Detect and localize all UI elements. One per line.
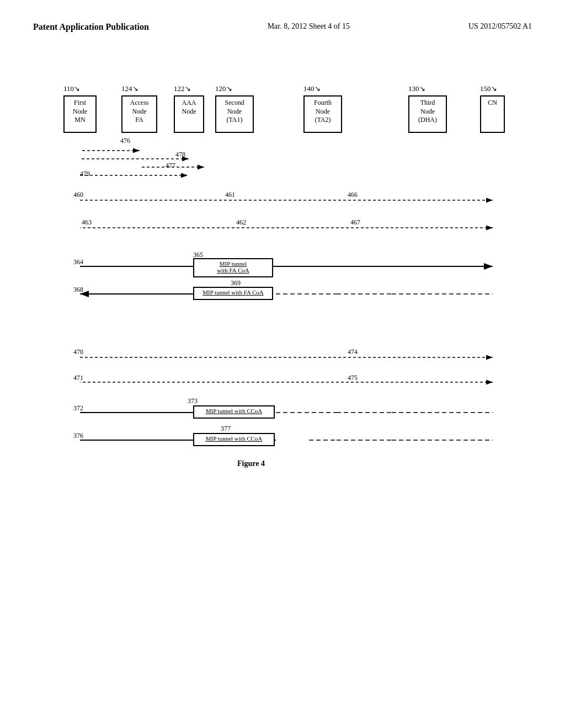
num-477: 477 [166, 162, 175, 170]
tunnel-377-label: MIP tunnel with CCoA [206, 435, 263, 442]
num-475: 475 [348, 374, 358, 382]
tunnel-365: MIP tunnel with FA CoA [193, 258, 273, 277]
num-479: 479 [80, 170, 90, 178]
num-372: 372 [73, 404, 83, 413]
diagram-svg [33, 65, 532, 672]
num-471: 471 [73, 374, 83, 382]
num-364: 364 [73, 258, 83, 266]
header-center: Mar. 8, 2012 Sheet 4 of 15 [268, 22, 350, 31]
num-462: 462 [236, 218, 246, 227]
num-476: 476 [120, 137, 130, 145]
num-474: 474 [348, 348, 358, 356]
num-460: 460 [73, 191, 83, 199]
num-377: 377 [221, 425, 231, 433]
num-461: 461 [225, 191, 235, 199]
figure-caption: Figure 4 [237, 459, 265, 468]
header-right: US 2012/057502 A1 [468, 22, 532, 31]
tunnel-373: MIP tunnel with CCoA [193, 405, 275, 419]
num-466: 466 [348, 191, 358, 199]
diagram-area: FirstNodeMN 110↘ AccessNodeFA 124↘ AAANo… [33, 65, 532, 672]
page: Patent Application Publication Mar. 8, 2… [0, 0, 565, 728]
num-365: 365 [193, 251, 203, 259]
tunnel-365-label: MIP tunnel with FA CoA [198, 260, 269, 274]
num-467: 467 [350, 218, 360, 227]
num-470: 470 [73, 348, 83, 356]
tunnel-369: MIP tunnel with FA CoA [193, 287, 273, 300]
num-368: 368 [73, 286, 83, 294]
header: Patent Application Publication Mar. 8, 2… [33, 22, 532, 32]
tunnel-373-label: MIP tunnel with CCoA [206, 408, 263, 414]
tunnel-369-label: MIP tunnel with FA CoA [202, 289, 264, 296]
header-left: Patent Application Publication [33, 22, 149, 32]
num-463: 463 [82, 218, 92, 227]
num-478: 478 [175, 151, 185, 159]
num-376: 376 [73, 432, 83, 440]
tunnel-377: MIP tunnel with CCoA [193, 433, 275, 446]
num-369: 369 [231, 279, 241, 287]
num-373: 373 [188, 397, 198, 405]
